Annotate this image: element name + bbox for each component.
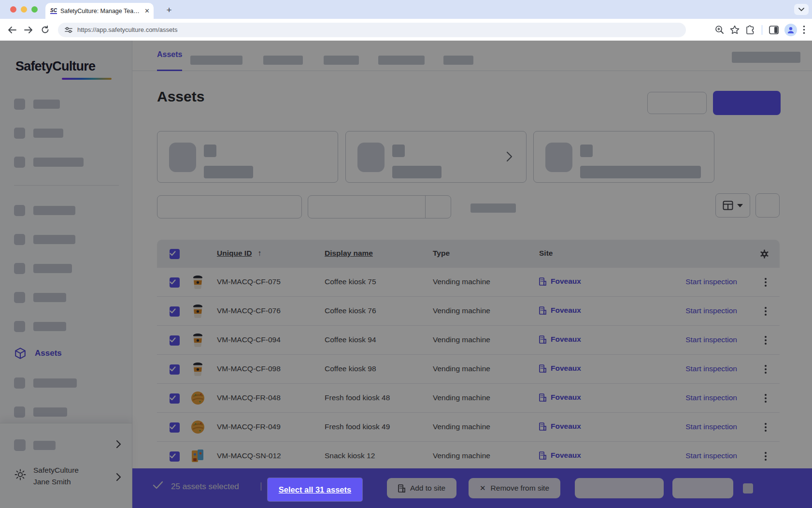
site-info-icon[interactable] <box>65 27 72 33</box>
bookmark-star-icon[interactable] <box>730 25 740 34</box>
summary-card[interactable] <box>157 131 338 183</box>
site-link[interactable]: Foveaux <box>539 277 581 286</box>
coffee-cup-icon <box>190 333 205 348</box>
table-view-dropdown[interactable] <box>715 193 750 218</box>
table-row[interactable]: VM-MACQ-CF-075 Coffee kiosk 75 Vending m… <box>157 268 780 297</box>
start-inspection-link[interactable]: Start inspection <box>685 335 737 344</box>
skeleton-card-value <box>580 145 593 157</box>
site-link[interactable]: Foveaux <box>539 364 581 373</box>
row-checkbox[interactable] <box>170 364 180 375</box>
start-inspection-link[interactable]: Start inspection <box>685 277 737 286</box>
bar-placeholder-button[interactable] <box>672 478 733 498</box>
row-checkbox[interactable] <box>170 451 180 462</box>
side-panel-icon[interactable] <box>769 26 779 34</box>
table-row[interactable]: VM-MACQ-CF-076 Coffee kiosk 76 Vending m… <box>157 297 780 326</box>
summary-card[interactable] <box>345 131 527 183</box>
kebab-menu-icon[interactable] <box>759 392 772 405</box>
select-all-checkbox[interactable] <box>170 249 180 259</box>
table-row[interactable]: VM-MACQ-FR-048 Fresh food kiosk 48 Vendi… <box>157 384 780 413</box>
skeleton-nav-label <box>33 235 75 244</box>
sidebar-item-label: Assets <box>35 348 62 358</box>
sidebar-bottom-panel: SafetyCulture Jane Smith <box>0 423 132 508</box>
sidebar-collapse-row[interactable] <box>14 439 121 452</box>
display-name-cell: Coffee kiosk 76 <box>325 306 376 315</box>
primary-action-button[interactable] <box>713 91 781 115</box>
tab-close-icon[interactable]: ✕ <box>144 7 150 15</box>
table-row[interactable]: VM-MACQ-FR-049 Fresh food kiosk 49 Vendi… <box>157 413 780 442</box>
profile-avatar[interactable] <box>784 24 797 36</box>
skeleton-nav-icon <box>14 205 25 216</box>
kebab-menu-icon[interactable] <box>759 334 772 347</box>
column-header-display-name[interactable]: Display name <box>325 249 373 258</box>
filter-input[interactable] <box>157 195 302 218</box>
sidebar-item-assets[interactable]: Assets <box>14 347 62 360</box>
column-header-type[interactable]: Type <box>433 249 450 258</box>
summary-card[interactable] <box>533 131 714 183</box>
new-tab-button[interactable]: + <box>163 4 175 16</box>
close-window-button[interactable] <box>10 6 16 13</box>
column-header-unique-id[interactable]: Unique ID↑ <box>217 249 261 258</box>
skeleton-card-label <box>204 166 253 178</box>
start-inspection-link[interactable]: Start inspection <box>685 393 737 402</box>
search-input[interactable] <box>308 195 451 218</box>
chevron-right-icon[interactable] <box>506 151 513 162</box>
site-link[interactable]: Foveaux <box>539 393 581 402</box>
tab-assets[interactable]: Assets <box>157 50 182 59</box>
account-menu[interactable]: SafetyCulture Jane Smith <box>14 466 121 486</box>
building-icon <box>539 393 546 402</box>
skeleton-card-label <box>580 166 701 178</box>
extensions-icon[interactable] <box>745 25 755 35</box>
skeleton-tab <box>324 56 359 65</box>
skeleton-card-value <box>392 145 405 157</box>
start-inspection-link[interactable]: Start inspection <box>685 451 737 460</box>
column-header-site[interactable]: Site <box>539 249 553 258</box>
add-to-site-button[interactable]: Add to site <box>387 478 456 498</box>
table-row[interactable]: VM-MACQ-CF-094 Coffee kiosk 94 Vending m… <box>157 326 780 355</box>
kebab-menu-icon[interactable] <box>759 450 772 463</box>
start-inspection-link[interactable]: Start inspection <box>685 306 737 315</box>
tab-search-button[interactable] <box>794 4 809 15</box>
row-checkbox[interactable] <box>170 335 180 346</box>
building-icon <box>539 335 546 344</box>
browser-tab[interactable]: SC SafetyCulture: Manage Teams and... ✕ <box>45 3 154 19</box>
start-inspection-link[interactable]: Start inspection <box>685 422 737 431</box>
zoom-icon[interactable] <box>715 25 724 34</box>
reload-button[interactable] <box>38 23 52 37</box>
table-row[interactable]: VM-MACQ-SN-012 Snack kiosk 12 Vending ma… <box>157 442 780 471</box>
table-body: VM-MACQ-CF-075 Coffee kiosk 75 Vending m… <box>157 268 780 471</box>
column-settings-gear-icon[interactable] <box>760 249 769 259</box>
safetyculture-logo: SafetyCulture <box>15 59 95 74</box>
bar-placeholder-toggle[interactable] <box>743 483 753 493</box>
browser-menu-icon[interactable] <box>803 25 805 34</box>
start-inspection-link[interactable]: Start inspection <box>685 364 737 373</box>
kebab-menu-icon[interactable] <box>759 363 772 376</box>
kebab-menu-icon[interactable] <box>759 276 772 289</box>
site-link[interactable]: Foveaux <box>539 422 581 431</box>
type-cell: Vending machine <box>433 393 490 402</box>
site-link[interactable]: Foveaux <box>539 451 581 460</box>
remove-from-site-button[interactable]: ✕ Remove from site <box>469 478 560 498</box>
more-options-button[interactable] <box>755 193 780 218</box>
coffee-cup-icon <box>190 362 205 377</box>
person-icon <box>787 26 795 34</box>
select-all-assets-link[interactable]: Select all 31 assets <box>268 478 362 501</box>
row-checkbox[interactable] <box>170 306 180 317</box>
secondary-action-button[interactable] <box>647 92 707 114</box>
minimize-window-button[interactable] <box>21 6 27 13</box>
row-checkbox[interactable] <box>170 422 180 433</box>
site-link[interactable]: Foveaux <box>539 335 581 344</box>
back-button[interactable] <box>5 23 19 37</box>
logo-gradient-bar <box>62 78 112 80</box>
check-icon <box>170 308 176 314</box>
kebab-menu-icon[interactable] <box>759 305 772 318</box>
coffee-cup-icon <box>190 275 205 290</box>
row-checkbox[interactable] <box>170 277 180 288</box>
table-row[interactable]: VM-MACQ-CF-098 Coffee kiosk 98 Vending m… <box>157 355 780 384</box>
kebab-menu-icon[interactable] <box>759 421 772 434</box>
forward-button[interactable] <box>21 23 36 37</box>
site-link[interactable]: Foveaux <box>539 306 581 315</box>
bar-placeholder-button[interactable] <box>575 478 664 498</box>
row-checkbox[interactable] <box>170 393 180 404</box>
url-bar[interactable]: https://app.safetyculture.com/assets <box>58 23 686 37</box>
maximize-window-button[interactable] <box>31 6 38 13</box>
